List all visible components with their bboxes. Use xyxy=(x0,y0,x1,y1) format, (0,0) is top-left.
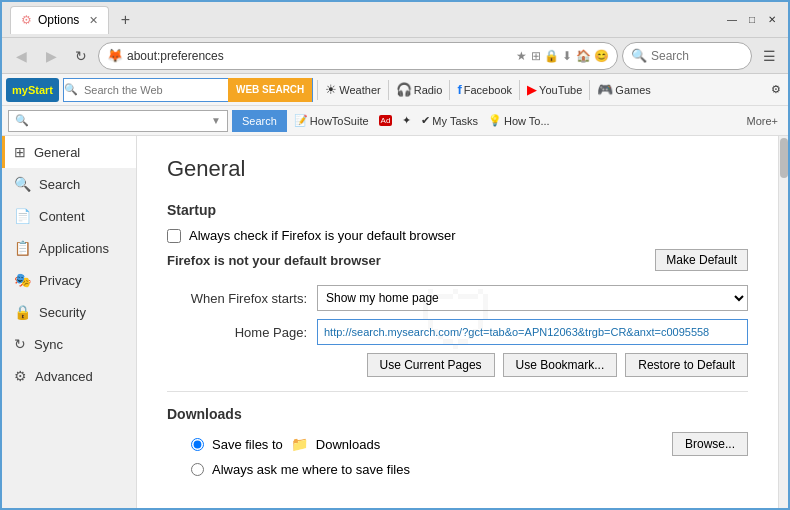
mystart-search-icon: 🔍 xyxy=(64,83,78,96)
privacy-icon: 🎭 xyxy=(14,272,31,288)
mystart-logo[interactable]: myStart xyxy=(6,78,59,102)
always-check-checkbox[interactable] xyxy=(167,229,181,243)
toolbar-separator xyxy=(317,80,318,100)
sidebar-item-advanced[interactable]: ⚙ Advanced xyxy=(2,360,136,392)
url-icons: ★ ⊞ 🔒 ⬇ 🏠 😊 xyxy=(516,49,609,63)
mystart-toolbar: myStart 🔍 WEB SEARCH ☀ Weather 🎧 Radio f… xyxy=(2,74,788,106)
weather-item[interactable]: ☀ Weather xyxy=(322,82,383,97)
browser-tab[interactable]: ⚙ Options ✕ xyxy=(10,6,109,34)
games-icon: 🎮 xyxy=(597,82,613,97)
sidebar-label-search: Search xyxy=(39,177,80,192)
advanced-icon: ⚙ xyxy=(14,368,27,384)
settings-item[interactable]: ⚙ xyxy=(768,83,784,96)
always-check-row: Always check if Firefox is your default … xyxy=(167,228,748,243)
howto-label: How To... xyxy=(504,115,550,127)
url-input[interactable] xyxy=(127,49,512,63)
sidebar-label-content: Content xyxy=(39,209,85,224)
minimize-button[interactable]: — xyxy=(724,12,740,28)
toolbar-separator5 xyxy=(589,80,590,100)
forward-button[interactable]: ▶ xyxy=(38,43,64,69)
star-icon: ✦ xyxy=(402,114,411,127)
games-item[interactable]: 🎮 Games xyxy=(594,82,653,97)
downloads-section: Downloads Save files to 📁 Downloads Brow… xyxy=(167,406,748,477)
make-default-button[interactable]: Make Default xyxy=(655,249,748,271)
browse-button[interactable]: Browse... xyxy=(672,432,748,456)
general-icon: ⊞ xyxy=(14,144,26,160)
sidebar-item-general[interactable]: ⊞ General xyxy=(2,136,136,168)
sidebar-label-security: Security xyxy=(39,305,86,320)
save-files-folder: Downloads xyxy=(316,437,380,452)
maximize-button[interactable]: □ xyxy=(744,12,760,28)
sidebar-item-security[interactable]: 🔒 Security xyxy=(2,296,136,328)
menu-button[interactable]: ☰ xyxy=(756,43,782,69)
sidebar-label-sync: Sync xyxy=(34,337,63,352)
facebook-icon: f xyxy=(457,82,461,97)
search-button[interactable]: Search xyxy=(232,110,287,132)
content-area: 🛡 General Startup Always check if Firefo… xyxy=(137,136,778,508)
always-ask-label: Always ask me where to save files xyxy=(212,462,410,477)
folder-icon: 📁 xyxy=(291,436,308,452)
sidebar-label-advanced: Advanced xyxy=(35,369,93,384)
ad-badge: Ad xyxy=(379,115,393,126)
weather-icon: ☀ xyxy=(325,82,337,97)
mystart-search-input[interactable] xyxy=(78,84,228,96)
url-bar[interactable]: 🦊 ★ ⊞ 🔒 ⬇ 🏠 😊 xyxy=(98,42,618,70)
radio-item[interactable]: 🎧 Radio xyxy=(393,82,446,97)
sync-icon: ↻ xyxy=(14,336,26,352)
unknown-icon-item[interactable]: ✦ xyxy=(399,114,414,127)
mystart-search-box[interactable]: 🔍 WEB SEARCH xyxy=(63,78,313,102)
search-bar[interactable]: 🔍 xyxy=(622,42,752,70)
content-icon: 📄 xyxy=(14,208,31,224)
scrollbar-thumb[interactable] xyxy=(780,138,788,178)
more-button[interactable]: More+ xyxy=(743,115,783,127)
when-starts-row: When Firefox starts: Show my home page xyxy=(167,285,748,311)
search-icon: 🔍 xyxy=(631,48,647,63)
secondary-search-icon: 🔍 xyxy=(15,114,29,127)
close-button[interactable]: ✕ xyxy=(764,12,780,28)
search-icon: 🔍 xyxy=(14,176,31,192)
always-ask-radio[interactable] xyxy=(191,463,204,476)
save-files-row: Save files to 📁 Downloads Browse... xyxy=(167,432,748,456)
sidebar-item-search[interactable]: 🔍 Search xyxy=(2,168,136,200)
facebook-item[interactable]: f Facebook xyxy=(454,82,515,97)
sidebar-item-applications[interactable]: 📋 Applications xyxy=(2,232,136,264)
mystart-my: my xyxy=(12,84,28,96)
save-files-radio[interactable] xyxy=(191,438,204,451)
toolbar-separator4 xyxy=(519,80,520,100)
sidebar-item-content[interactable]: 📄 Content xyxy=(2,200,136,232)
youtube-item[interactable]: ▶ YouTube xyxy=(524,82,585,97)
startup-title: Startup xyxy=(167,202,748,218)
secondary-search-box[interactable]: 🔍 ▼ xyxy=(8,110,228,132)
howto-icon: 💡 xyxy=(488,114,502,127)
applications-icon: 📋 xyxy=(14,240,31,256)
use-current-pages-button[interactable]: Use Current Pages xyxy=(367,353,495,377)
mytasks-item[interactable]: ✔ My Tasks xyxy=(418,114,481,127)
scrollbar[interactable] xyxy=(778,136,788,508)
refresh-button[interactable]: ↻ xyxy=(68,43,94,69)
new-tab-button[interactable]: + xyxy=(113,8,137,32)
howtosuite-item[interactable]: 📝 HowToSuite xyxy=(291,114,372,127)
mystart-start: Start xyxy=(28,84,53,96)
when-starts-select[interactable]: Show my home page xyxy=(317,285,748,311)
url-buttons-row: Use Current Pages Use Bookmark... Restor… xyxy=(167,353,748,377)
games-label: Games xyxy=(615,84,650,96)
sidebar-label-privacy: Privacy xyxy=(39,273,82,288)
back-button[interactable]: ◀ xyxy=(8,43,34,69)
secondary-toolbar: 🔍 ▼ Search 📝 HowToSuite Ad ✦ ✔ My Tasks … xyxy=(2,106,788,136)
restore-default-button[interactable]: Restore to Default xyxy=(625,353,748,377)
startup-section: Startup Always check if Firefox is your … xyxy=(167,202,748,271)
dropdown-icon: ▼ xyxy=(211,115,221,126)
use-bookmark-button[interactable]: Use Bookmark... xyxy=(503,353,618,377)
home-page-input[interactable] xyxy=(317,319,748,345)
web-search-button[interactable]: WEB SEARCH xyxy=(228,78,312,102)
secondary-search-input[interactable] xyxy=(33,115,207,127)
sidebar-item-privacy[interactable]: 🎭 Privacy xyxy=(2,264,136,296)
ad-icon-item: Ad xyxy=(376,115,396,126)
sidebar-label-applications: Applications xyxy=(39,241,109,256)
sidebar-item-sync[interactable]: ↻ Sync xyxy=(2,328,136,360)
save-files-label: Save files to xyxy=(212,437,283,452)
tab-close-button[interactable]: ✕ xyxy=(89,14,98,27)
howto-item[interactable]: 💡 How To... xyxy=(485,114,553,127)
search-input[interactable] xyxy=(651,49,743,63)
page-title: General xyxy=(167,156,748,182)
